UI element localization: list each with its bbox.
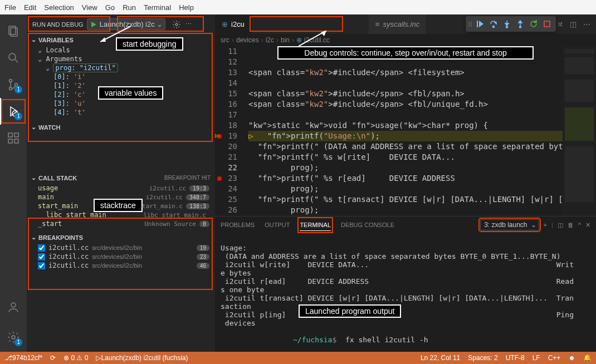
status-problems[interactable]: ⊗ 0 ⚠ 0 <box>63 354 88 362</box>
debug-toolbar[interactable]: ⁞⁞ <box>466 16 556 32</box>
svg-rect-9 <box>8 133 12 137</box>
step-over-button[interactable] <box>487 17 500 31</box>
breakpoint-marker[interactable] <box>217 176 222 181</box>
status-sync[interactable]: ⟳ <box>50 354 56 362</box>
code-editor[interactable]: 111213141516171819▷2021222324252627 <spa… <box>215 46 596 216</box>
code-line[interactable]: "fn">printf(" (DATA and ADDRESS are a li… <box>248 141 563 152</box>
arguments-group[interactable]: ⌄ Arguments <box>27 55 215 63</box>
code-line[interactable]: <span class="kw2">#include</span> <files… <box>248 67 563 78</box>
stop-button[interactable] <box>540 17 554 31</box>
breakpoint-checkbox[interactable] <box>38 262 45 269</box>
sidebar-more-icon[interactable]: ⋯ <box>185 21 192 28</box>
variable-item[interactable]: [0]: 'i' <box>27 72 215 81</box>
status-encoding[interactable]: UTF-8 <box>506 354 525 362</box>
variables-label: VARIABLES <box>38 37 74 43</box>
continue-button[interactable] <box>473 17 487 31</box>
tab-output[interactable]: OUTPUT <box>265 219 290 230</box>
status-eol[interactable]: LF <box>533 354 540 362</box>
code-line[interactable]: <span class="kw2">#include</span> <fbl/u… <box>248 99 563 110</box>
menu-edit[interactable]: Edit <box>24 3 36 12</box>
status-feedback-icon[interactable]: ☻ <box>568 354 575 362</box>
menu-run[interactable]: Run <box>123 3 136 12</box>
tab-i2cutil[interactable]: ⊕ i2cu <box>215 14 252 34</box>
step-into-button[interactable] <box>500 17 514 31</box>
tab-syscalls[interactable]: ≡ syscalls.inc <box>369 14 427 34</box>
section-watch[interactable]: ⌄ WATCH <box>27 121 215 133</box>
breadcrumb-item[interactable]: bin <box>281 36 290 44</box>
new-terminal-icon[interactable]: + <box>544 222 547 228</box>
run-debug-icon[interactable]: 1 <box>0 98 27 125</box>
svg-rect-11 <box>14 139 18 143</box>
code-line[interactable]: prog); <box>248 184 563 194</box>
maximize-panel-icon[interactable]: ^ <box>578 222 581 228</box>
code-line[interactable]: "kw">static "kw">void "fn">usage("kw">ch… <box>248 120 563 131</box>
source-control-icon[interactable]: 1 <box>0 71 27 98</box>
code-line[interactable]: <span class="kw2">#include</span> <fbl/s… <box>248 88 563 99</box>
code-line[interactable]: "fn">printf(" %s w[rite] DEVICE DATA... <box>248 152 563 163</box>
compare-icon[interactable]: ⤭ <box>557 20 563 28</box>
tab-terminal[interactable]: TERMINAL <box>300 219 331 231</box>
status-debug-target[interactable]: ▷ Launch(zxdb) i2cutil (fuchsia) <box>96 354 188 362</box>
breakpoint-row[interactable]: i2cutil.ccsrc/devices/i2c/bin19 <box>27 243 215 252</box>
breadcrumb-item[interactable]: src <box>221 36 229 44</box>
code-line[interactable]: prog); <box>248 205 563 215</box>
editor-more-icon[interactable]: ⋯ <box>583 20 590 28</box>
sidebar-title: RUN AND DEBUG <box>32 21 84 28</box>
split-editor-icon[interactable]: ◫ <box>570 20 577 28</box>
status-spaces[interactable]: Spaces: 2 <box>468 354 497 362</box>
sidebar: RUN AND DEBUG Launch(zxdb) i2c ⌄ ⋯ start… <box>27 14 215 352</box>
launch-settings-icon[interactable] <box>172 20 181 29</box>
variable-item[interactable]: [3]: 'u' <box>27 99 215 108</box>
extensions-icon[interactable] <box>0 125 27 151</box>
status-position[interactable]: Ln 22, Col 11 <box>421 354 460 362</box>
status-bell-icon[interactable]: 🔔 <box>583 354 592 362</box>
restart-button[interactable] <box>527 17 540 31</box>
breakpoint-row[interactable]: i2cutil.ccsrc/devices/i2c/bin23 <box>27 252 215 261</box>
menu-view[interactable]: View <box>82 3 97 12</box>
close-panel-icon[interactable]: ✕ <box>585 222 590 229</box>
section-callstack[interactable]: ⌄ CALL STACK BREAKPOINT HIT <box>27 172 215 184</box>
tab-debug-console[interactable]: DEBUG CONSOLE <box>341 219 394 230</box>
breakpoint-checkbox[interactable] <box>38 253 45 260</box>
terminal-content[interactable]: Usage: (DATA and ADDRESS are a list of s… <box>215 233 596 352</box>
variable-item[interactable]: [4]: 't' <box>27 108 215 117</box>
drag-handle-icon[interactable]: ⁞⁞ <box>468 20 472 28</box>
settings-gear-icon[interactable]: 1 <box>0 324 27 351</box>
start-debug-play-icon[interactable] <box>90 21 97 28</box>
tab-problems[interactable]: PROBLEMS <box>221 219 255 230</box>
breakpoint-checkbox[interactable] <box>38 244 45 252</box>
terminal-select[interactable]: 3: zxdb launch ⌄ <box>480 219 539 230</box>
callstack-row[interactable]: _startUnknown Source0 <box>27 219 215 228</box>
code-line[interactable] <box>248 78 563 88</box>
menu-go[interactable]: Go <box>105 3 115 12</box>
breadcrumbs[interactable]: src› devices› i2c› bin› ⊕ i2cutil.cc <box>215 34 596 46</box>
minimap[interactable] <box>563 46 596 216</box>
menu-file[interactable]: File <box>4 3 16 12</box>
code-line[interactable] <box>248 110 563 120</box>
code-line[interactable]: ▷ "fn">printf("Usage:\n"); <box>248 131 563 141</box>
split-terminal-icon[interactable]: ◫ <box>558 222 563 229</box>
menu-help[interactable]: Help <box>179 3 194 12</box>
callstack-row[interactable]: usagei2cutil.cc19:3 <box>27 184 215 193</box>
explorer-icon[interactable] <box>0 18 27 45</box>
code-line[interactable]: prog); <box>248 163 563 173</box>
kill-terminal-icon[interactable]: 🗑 <box>568 222 574 228</box>
status-lang[interactable]: C++ <box>548 354 561 362</box>
breadcrumb-item[interactable]: i2c <box>266 36 274 44</box>
prog-variable[interactable]: ⌄ prog: "i2cutil" <box>27 63 215 72</box>
menu-selection[interactable]: Selection <box>44 3 74 12</box>
svg-point-4 <box>9 80 12 82</box>
status-branch[interactable]: ⎇ 974b12cf* <box>4 354 42 362</box>
accounts-icon[interactable] <box>0 294 27 321</box>
search-icon[interactable] <box>0 45 27 71</box>
code-line[interactable]: "fn">printf(" %s t[ransact] DEVICE [w|r]… <box>248 194 563 205</box>
menu-terminal[interactable]: Terminal <box>144 3 171 12</box>
step-out-button[interactable] <box>514 17 527 31</box>
svg-marker-20 <box>479 21 483 27</box>
section-breakpoints[interactable]: ⌄ BREAKPOINTS <box>27 232 215 243</box>
breakpoint-row[interactable]: i2cutil.ccsrc/devices/i2c/bin46 <box>27 261 215 270</box>
code-line[interactable]: "fn">printf(" %s r[ead] DEVICE ADDRESS <box>248 173 563 184</box>
code-line[interactable]: "fn">printf(" %s p[ing] <box>248 215 563 216</box>
svg-point-21 <box>493 26 495 28</box>
breadcrumb-item[interactable]: devices <box>236 36 259 44</box>
